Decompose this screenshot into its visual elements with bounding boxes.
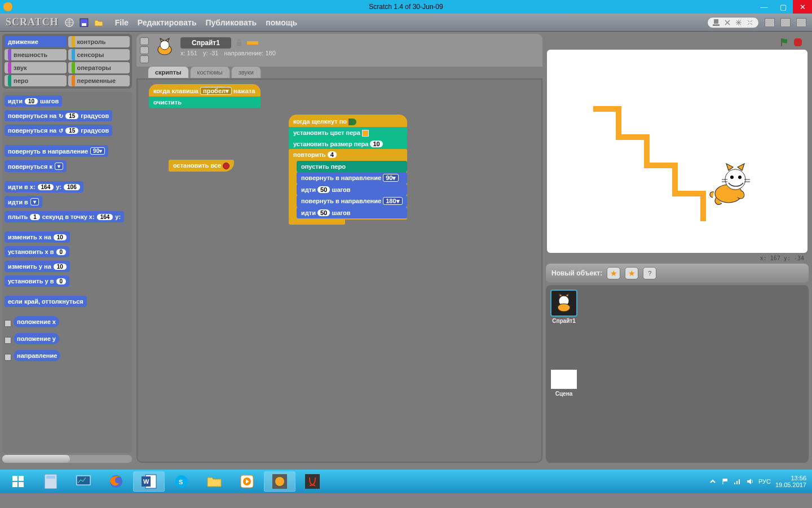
reporter-direction[interactable]: направление xyxy=(14,350,60,361)
rotate-lr-button[interactable] xyxy=(140,46,149,54)
tab-sounds[interactable]: звуки xyxy=(231,66,261,78)
stage-mouse-coords: x: 167 y: -34 xyxy=(546,254,809,262)
reporter-x[interactable]: положение x xyxy=(14,316,59,327)
block-move-steps[interactable]: идти10шагов xyxy=(5,95,62,107)
tray-flag-icon[interactable] xyxy=(721,478,729,485)
tray-up-icon[interactable] xyxy=(709,478,717,485)
direction-indicator xyxy=(247,41,258,45)
paint-sprite-button[interactable]: ★ xyxy=(607,267,620,279)
category-operators[interactable]: операторы xyxy=(68,62,130,73)
taskbar-acrobat[interactable] xyxy=(297,471,328,492)
open-icon[interactable] xyxy=(94,17,104,28)
choose-sprite-button[interactable]: ★ xyxy=(625,267,638,279)
block-bounce[interactable]: если край, оттолкнуться xyxy=(5,296,87,307)
block-point-direction[interactable]: повернуть в направление90▾ xyxy=(5,145,108,157)
language-icon[interactable] xyxy=(64,17,74,28)
category-sensing[interactable]: сенсоры xyxy=(68,49,130,60)
block-set-y[interactable]: установить y в0 xyxy=(5,275,69,287)
menu-share[interactable]: Публиковать xyxy=(206,18,257,27)
block-goto[interactable]: идти в ▾ xyxy=(5,196,42,208)
taskbar-monitor[interactable] xyxy=(68,471,99,492)
script-stop-all[interactable]: остановить все xyxy=(169,160,234,172)
stamp-icon[interactable] xyxy=(712,19,720,27)
svg-rect-16 xyxy=(19,476,24,481)
reporter-y[interactable]: положение y xyxy=(14,333,59,344)
taskbar-firefox[interactable] xyxy=(100,471,132,492)
tab-costumes[interactable]: костюмы xyxy=(190,66,230,78)
tray-clock[interactable]: 13:56 19.05.2017 xyxy=(775,475,806,488)
rotate-none-button[interactable] xyxy=(140,55,149,63)
small-stage-button[interactable] xyxy=(765,18,775,27)
svg-rect-17 xyxy=(12,482,17,487)
taskbar-calculator[interactable] xyxy=(35,471,67,492)
normal-stage-button[interactable] xyxy=(780,18,791,27)
grow-icon[interactable] xyxy=(735,19,743,27)
maximize-button[interactable]: ▢ xyxy=(774,0,793,14)
category-motion[interactable]: движение xyxy=(5,36,67,47)
scripts-canvas[interactable]: когда клавиша пробел▾ нажата очистить ос… xyxy=(136,78,542,463)
sprite-thumbnail xyxy=(153,37,176,60)
taskbar-explorer[interactable] xyxy=(198,471,230,492)
svg-point-12 xyxy=(738,176,742,179)
category-sound[interactable]: звук xyxy=(5,62,67,73)
green-flag-button[interactable] xyxy=(779,37,789,47)
sprite-list-item[interactable]: Спрайт1 xyxy=(550,290,577,324)
block-change-y[interactable]: изменить y на10 xyxy=(5,261,70,272)
cut-icon[interactable] xyxy=(723,19,731,27)
svg-marker-8 xyxy=(794,38,802,46)
scratch-logo: SCRATCH xyxy=(6,16,59,28)
sprite-direction: направление: 180 xyxy=(224,50,275,56)
block-set-x[interactable]: установить x в0 xyxy=(5,246,69,257)
svg-rect-2 xyxy=(82,23,86,26)
category-pen[interactable]: перо xyxy=(5,75,67,86)
svg-rect-7 xyxy=(237,42,241,46)
new-sprite-bar: Новый объект: ★ ★ ? xyxy=(546,264,809,283)
svg-rect-32 xyxy=(305,474,320,489)
presentation-button[interactable] xyxy=(796,18,806,27)
shrink-icon[interactable] xyxy=(746,19,754,27)
reporter-checkbox-y[interactable] xyxy=(5,337,11,344)
block-glide[interactable]: плыть1секунд в точку x:164y: xyxy=(5,211,124,222)
svg-rect-33 xyxy=(734,483,735,484)
block-change-x[interactable]: изменить x на10 xyxy=(5,231,70,243)
script-when-key[interactable]: когда клавиша пробел▾ нажата очистить xyxy=(149,84,261,107)
block-turn-right[interactable]: повернуться на ↻ 15градусов xyxy=(5,110,112,121)
tray-network-icon[interactable] xyxy=(734,478,742,485)
stop-button[interactable] xyxy=(793,37,803,47)
svg-text:S: S xyxy=(179,479,183,485)
svg-rect-35 xyxy=(739,479,740,484)
tray-volume-icon[interactable] xyxy=(746,478,754,485)
menu-edit[interactable]: Редактировать xyxy=(138,18,197,27)
block-turn-left[interactable]: повернуться на ↺ 15градусов xyxy=(5,125,112,136)
taskbar-word[interactable]: W xyxy=(133,471,165,492)
stage-sprite-cat[interactable] xyxy=(706,163,757,213)
block-point-towards[interactable]: повернуться к ▾ xyxy=(5,160,67,172)
menu-help[interactable]: помощь xyxy=(266,18,297,27)
taskbar-mediaplayer[interactable] xyxy=(231,471,263,492)
sprite-name-field[interactable]: Спрайт1 xyxy=(180,37,231,49)
reporter-checkbox-dir[interactable] xyxy=(5,354,11,361)
menu-file[interactable]: File xyxy=(115,18,129,27)
start-button[interactable] xyxy=(2,471,34,492)
tray-language[interactable]: РУС xyxy=(758,478,771,485)
block-palette: идти10шагов повернуться на ↻ 15градусов … xyxy=(2,92,132,453)
close-button[interactable]: ✕ xyxy=(793,0,812,14)
stage-thumbnail-item[interactable]: Сцена xyxy=(550,369,577,397)
palette-scrollbar[interactable] xyxy=(2,455,132,463)
block-goto-xy[interactable]: идти в x:164y:106 xyxy=(5,181,83,192)
taskbar-scratch[interactable] xyxy=(264,471,295,492)
rotate-free-button[interactable] xyxy=(140,37,149,45)
category-control[interactable]: контроль xyxy=(68,36,130,47)
taskbar-skype[interactable]: S xyxy=(166,471,197,492)
reporter-checkbox-x[interactable] xyxy=(5,320,11,327)
lock-icon[interactable] xyxy=(236,40,242,46)
tab-scripts[interactable]: скрипты xyxy=(148,66,189,78)
random-sprite-button[interactable]: ? xyxy=(643,267,656,279)
minimize-button[interactable]: — xyxy=(754,0,774,14)
script-when-flag[interactable]: когда щелкнут по установить цвет пера ус… xyxy=(289,115,407,224)
svg-rect-15 xyxy=(12,476,17,481)
stage[interactable] xyxy=(547,50,807,253)
save-icon[interactable] xyxy=(79,17,89,28)
category-looks[interactable]: внешность xyxy=(5,49,67,60)
category-variables[interactable]: переменные xyxy=(68,75,130,86)
